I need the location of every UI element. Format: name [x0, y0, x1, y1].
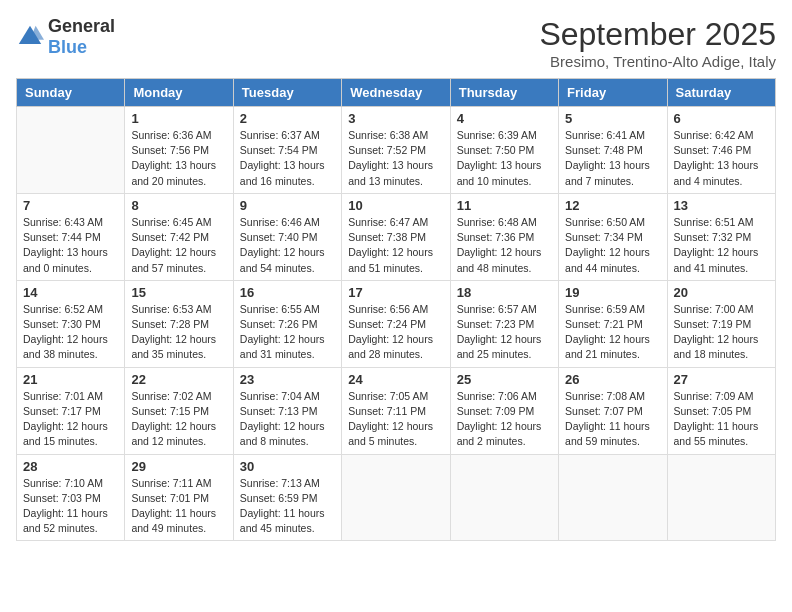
- table-row: [667, 454, 775, 541]
- table-row: 12Sunrise: 6:50 AMSunset: 7:34 PMDayligh…: [559, 193, 667, 280]
- day-number: 25: [457, 372, 552, 387]
- sunrise-text: Sunrise: 6:51 AM: [674, 216, 754, 228]
- calendar-week-row: 14Sunrise: 6:52 AMSunset: 7:30 PMDayligh…: [17, 280, 776, 367]
- day-number: 12: [565, 198, 660, 213]
- location-subtitle: Bresimo, Trentino-Alto Adige, Italy: [539, 53, 776, 70]
- sunset-text: Sunset: 7:17 PM: [23, 405, 101, 417]
- daylight-text: Daylight: 13 hours and 20 minutes.: [131, 159, 216, 186]
- sunrise-text: Sunrise: 7:06 AM: [457, 390, 537, 402]
- day-info: Sunrise: 6:56 AMSunset: 7:24 PMDaylight:…: [348, 302, 443, 363]
- day-info: Sunrise: 6:57 AMSunset: 7:23 PMDaylight:…: [457, 302, 552, 363]
- daylight-text: Daylight: 13 hours and 13 minutes.: [348, 159, 433, 186]
- day-number: 13: [674, 198, 769, 213]
- logo: General Blue: [16, 16, 115, 58]
- sunset-text: Sunset: 7:01 PM: [131, 492, 209, 504]
- sunrise-text: Sunrise: 7:05 AM: [348, 390, 428, 402]
- day-number: 18: [457, 285, 552, 300]
- day-number: 7: [23, 198, 118, 213]
- table-row: 4Sunrise: 6:39 AMSunset: 7:50 PMDaylight…: [450, 107, 558, 194]
- logo-general: General: [48, 16, 115, 36]
- table-row: 2Sunrise: 6:37 AMSunset: 7:54 PMDaylight…: [233, 107, 341, 194]
- table-row: 6Sunrise: 6:42 AMSunset: 7:46 PMDaylight…: [667, 107, 775, 194]
- day-info: Sunrise: 7:02 AMSunset: 7:15 PMDaylight:…: [131, 389, 226, 450]
- table-row: 16Sunrise: 6:55 AMSunset: 7:26 PMDayligh…: [233, 280, 341, 367]
- sunrise-text: Sunrise: 6:53 AM: [131, 303, 211, 315]
- sunrise-text: Sunrise: 6:43 AM: [23, 216, 103, 228]
- table-row: 19Sunrise: 6:59 AMSunset: 7:21 PMDayligh…: [559, 280, 667, 367]
- sunrise-text: Sunrise: 7:13 AM: [240, 477, 320, 489]
- calendar-table: Sunday Monday Tuesday Wednesday Thursday…: [16, 78, 776, 541]
- day-number: 9: [240, 198, 335, 213]
- day-number: 23: [240, 372, 335, 387]
- sunrise-text: Sunrise: 6:36 AM: [131, 129, 211, 141]
- sunset-text: Sunset: 7:09 PM: [457, 405, 535, 417]
- day-number: 21: [23, 372, 118, 387]
- sunset-text: Sunset: 7:52 PM: [348, 144, 426, 156]
- daylight-text: Daylight: 12 hours and 35 minutes.: [131, 333, 216, 360]
- sunset-text: Sunset: 7:05 PM: [674, 405, 752, 417]
- daylight-text: Daylight: 13 hours and 0 minutes.: [23, 246, 108, 273]
- day-number: 24: [348, 372, 443, 387]
- day-number: 15: [131, 285, 226, 300]
- col-friday: Friday: [559, 79, 667, 107]
- sunrise-text: Sunrise: 6:47 AM: [348, 216, 428, 228]
- sunset-text: Sunset: 7:34 PM: [565, 231, 643, 243]
- day-number: 4: [457, 111, 552, 126]
- sunrise-text: Sunrise: 6:42 AM: [674, 129, 754, 141]
- sunrise-text: Sunrise: 7:02 AM: [131, 390, 211, 402]
- daylight-text: Daylight: 11 hours and 59 minutes.: [565, 420, 650, 447]
- sunset-text: Sunset: 7:23 PM: [457, 318, 535, 330]
- daylight-text: Daylight: 12 hours and 38 minutes.: [23, 333, 108, 360]
- day-number: 16: [240, 285, 335, 300]
- day-info: Sunrise: 7:10 AMSunset: 7:03 PMDaylight:…: [23, 476, 118, 537]
- table-row: [17, 107, 125, 194]
- daylight-text: Daylight: 11 hours and 52 minutes.: [23, 507, 108, 534]
- sunrise-text: Sunrise: 7:11 AM: [131, 477, 211, 489]
- sunrise-text: Sunrise: 6:52 AM: [23, 303, 103, 315]
- day-info: Sunrise: 6:38 AMSunset: 7:52 PMDaylight:…: [348, 128, 443, 189]
- sunset-text: Sunset: 7:28 PM: [131, 318, 209, 330]
- day-info: Sunrise: 6:59 AMSunset: 7:21 PMDaylight:…: [565, 302, 660, 363]
- day-info: Sunrise: 6:47 AMSunset: 7:38 PMDaylight:…: [348, 215, 443, 276]
- col-thursday: Thursday: [450, 79, 558, 107]
- day-number: 20: [674, 285, 769, 300]
- day-number: 2: [240, 111, 335, 126]
- table-row: 21Sunrise: 7:01 AMSunset: 7:17 PMDayligh…: [17, 367, 125, 454]
- sunset-text: Sunset: 7:11 PM: [348, 405, 426, 417]
- day-info: Sunrise: 7:09 AMSunset: 7:05 PMDaylight:…: [674, 389, 769, 450]
- sunset-text: Sunset: 7:56 PM: [131, 144, 209, 156]
- table-row: 28Sunrise: 7:10 AMSunset: 7:03 PMDayligh…: [17, 454, 125, 541]
- sunrise-text: Sunrise: 7:00 AM: [674, 303, 754, 315]
- sunset-text: Sunset: 7:44 PM: [23, 231, 101, 243]
- day-number: 22: [131, 372, 226, 387]
- sunset-text: Sunset: 7:24 PM: [348, 318, 426, 330]
- day-info: Sunrise: 6:42 AMSunset: 7:46 PMDaylight:…: [674, 128, 769, 189]
- daylight-text: Daylight: 12 hours and 51 minutes.: [348, 246, 433, 273]
- table-row: [342, 454, 450, 541]
- sunrise-text: Sunrise: 7:10 AM: [23, 477, 103, 489]
- col-wednesday: Wednesday: [342, 79, 450, 107]
- title-block: September 2025 Bresimo, Trentino-Alto Ad…: [539, 16, 776, 70]
- day-info: Sunrise: 6:52 AMSunset: 7:30 PMDaylight:…: [23, 302, 118, 363]
- day-number: 1: [131, 111, 226, 126]
- sunrise-text: Sunrise: 6:55 AM: [240, 303, 320, 315]
- calendar-header-row: Sunday Monday Tuesday Wednesday Thursday…: [17, 79, 776, 107]
- daylight-text: Daylight: 12 hours and 31 minutes.: [240, 333, 325, 360]
- table-row: 22Sunrise: 7:02 AMSunset: 7:15 PMDayligh…: [125, 367, 233, 454]
- table-row: 14Sunrise: 6:52 AMSunset: 7:30 PMDayligh…: [17, 280, 125, 367]
- daylight-text: Daylight: 11 hours and 49 minutes.: [131, 507, 216, 534]
- col-sunday: Sunday: [17, 79, 125, 107]
- table-row: 25Sunrise: 7:06 AMSunset: 7:09 PMDayligh…: [450, 367, 558, 454]
- day-number: 6: [674, 111, 769, 126]
- sunrise-text: Sunrise: 6:38 AM: [348, 129, 428, 141]
- table-row: 29Sunrise: 7:11 AMSunset: 7:01 PMDayligh…: [125, 454, 233, 541]
- calendar-week-row: 1Sunrise: 6:36 AMSunset: 7:56 PMDaylight…: [17, 107, 776, 194]
- daylight-text: Daylight: 12 hours and 18 minutes.: [674, 333, 759, 360]
- day-number: 3: [348, 111, 443, 126]
- table-row: 18Sunrise: 6:57 AMSunset: 7:23 PMDayligh…: [450, 280, 558, 367]
- sunset-text: Sunset: 7:48 PM: [565, 144, 643, 156]
- day-info: Sunrise: 7:08 AMSunset: 7:07 PMDaylight:…: [565, 389, 660, 450]
- daylight-text: Daylight: 12 hours and 15 minutes.: [23, 420, 108, 447]
- sunset-text: Sunset: 7:03 PM: [23, 492, 101, 504]
- daylight-text: Daylight: 12 hours and 41 minutes.: [674, 246, 759, 273]
